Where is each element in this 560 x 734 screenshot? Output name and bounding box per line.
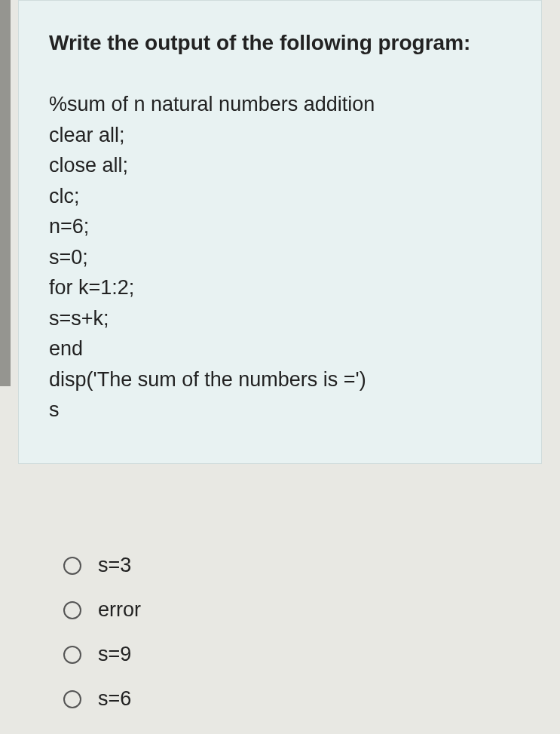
answer-option-2[interactable]: error (48, 588, 512, 632)
code-line: %sum of n natural numbers addition (49, 89, 511, 120)
code-block: %sum of n natural numbers addition clear… (49, 89, 511, 425)
answer-option-4[interactable]: s=6 (48, 677, 512, 721)
radio-icon (63, 557, 81, 575)
left-accent-bar (0, 0, 11, 386)
answer-label: s=6 (98, 687, 131, 711)
code-line: disp('The sum of the numbers is =') (49, 364, 511, 395)
code-line: s (49, 395, 511, 425)
radio-icon (63, 646, 81, 664)
page-container: Write the output of the following progra… (0, 0, 560, 734)
radio-icon (63, 690, 81, 708)
answer-label: s=9 (98, 643, 131, 666)
answer-option-3[interactable]: s=9 (48, 632, 512, 677)
code-line: s=s+k; (49, 303, 511, 334)
question-panel: Write the output of the following progra… (18, 0, 542, 464)
answer-label: s=3 (98, 554, 131, 577)
code-line: clear all; (49, 120, 511, 151)
answer-label: error (98, 598, 141, 622)
answers-panel: s=3 error s=9 s=6 (18, 528, 542, 734)
code-line: end (49, 333, 511, 364)
code-line: s=0; (49, 242, 511, 273)
code-line: n=6; (49, 211, 511, 242)
answer-option-1[interactable]: s=3 (48, 543, 512, 588)
radio-icon (63, 601, 81, 619)
code-line: clc; (49, 181, 511, 212)
code-line: close all; (49, 150, 511, 181)
code-line: for k=1:2; (49, 272, 511, 303)
question-title: Write the output of the following progra… (49, 31, 511, 55)
